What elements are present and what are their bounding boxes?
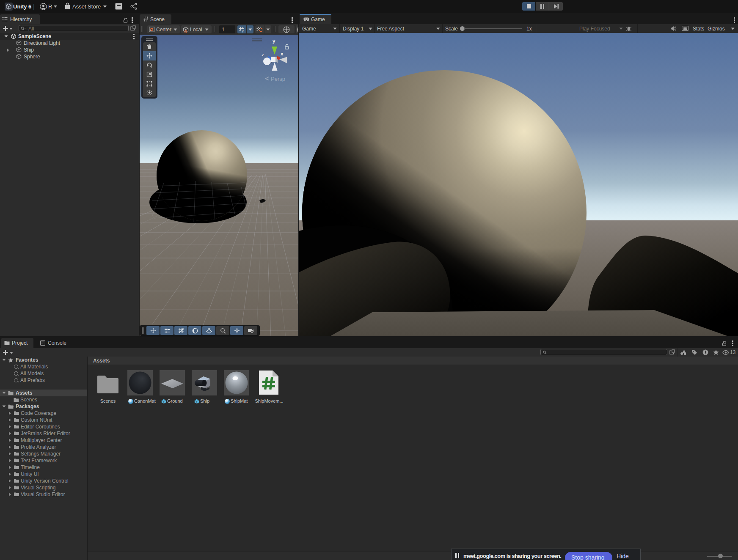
svg-text:Persp: Persp: [271, 76, 285, 82]
svg-text:x: x: [281, 51, 284, 56]
svg-text:y: y: [273, 38, 275, 44]
svg-text:Y: Y: [242, 30, 244, 33]
svg-text:z: z: [262, 52, 264, 57]
